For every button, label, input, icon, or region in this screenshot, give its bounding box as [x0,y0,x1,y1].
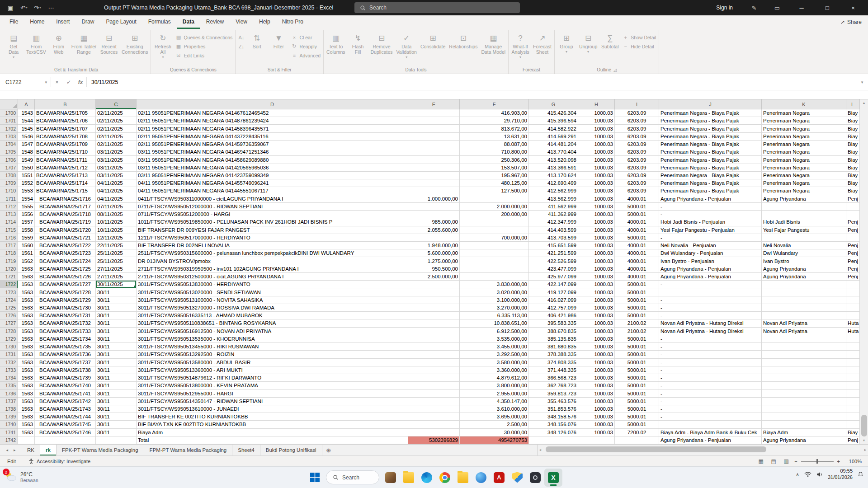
group-button[interactable]: ⊞Group▾ [556,31,577,64]
column-header-k[interactable]: K [762,99,846,109]
cell-a-1715[interactable]: 1558 [18,226,35,234]
cell-j-1713[interactable]: - [659,211,762,218]
cell-c-1724[interactable]: 30/11 [96,296,137,304]
row-header-1741[interactable]: 1741 [0,429,18,436]
new-sheet-button[interactable]: ⊕ [322,445,335,455]
cell-e-1717[interactable]: 1.948.000,00 [408,242,460,249]
cell-d-1725[interactable]: 3011/FTSCY/WS950513270000 - ROSSIVA DWI … [137,304,408,312]
cell-c-1705[interactable]: 03/11/2025 [96,148,137,156]
cell-b-1725[interactable]: BCA/WARNA/25/1730 [35,304,96,312]
cell-e-1715[interactable]: 2.055.600,00 [408,226,460,234]
cell-k-1730[interactable] [762,343,846,351]
manage-data-model-button[interactable]: ▦Manage Data Model [480,31,507,64]
from-web-button[interactable]: ⊕From Web [48,31,69,64]
cell-d-1724[interactable]: 3011/FTSCY/WS950513100000 - NOVITA SAHAS… [137,296,408,304]
cell-h-1712[interactable]: 1000.03 [578,203,615,211]
cell-k-1710[interactable]: Penerimaan Negara [762,187,846,195]
cell-g-1705[interactable]: 413.770.404 [529,148,578,156]
cell-b-1715[interactable]: BCA/WARNA/25/1720 [35,226,96,234]
cell-h-1708[interactable]: 1000.03 [578,172,615,179]
cell-f-1729[interactable]: 3.535.000,00 [460,335,529,343]
cell-a-1728[interactable]: 1563 [18,328,35,335]
photos-app[interactable] [382,469,400,487]
ribbon-tab-nitro-pro[interactable]: Nitro Pro [276,15,309,29]
cell-l-1716[interactable] [846,234,859,242]
cell-e-1726[interactable] [408,312,460,319]
cell-j-1714[interactable]: Hobi Jadi Bisnis - Penjualan [659,218,762,226]
cell-l-1702[interactable]: Biay [846,125,859,132]
cell-b-1709[interactable]: BCA/WARNA/25/1714 [35,179,96,187]
cell-b-1704[interactable]: BCA/WARNA/25/1709 [35,141,96,148]
cell-k-1725[interactable] [762,304,846,312]
cell-g-1733[interactable]: 371.448.335 [529,366,578,374]
cell-a-1733[interactable]: 1563 [18,366,35,374]
cell-h-1714[interactable]: 1000.03 [578,218,615,226]
cell-c-1723[interactable]: 30/11 [96,288,137,296]
sheet-tab-rk[interactable]: rk [40,445,57,455]
refresh-all-button[interactable]: ↻Refresh All▾ [152,31,173,64]
cell-d-1739[interactable]: BIF TRANSFER KE 002TITO KURNIANTOKBB [137,413,408,421]
search-box[interactable]: Search [354,2,520,13]
cell-l-1736[interactable] [846,389,859,397]
cell-b-1703[interactable]: BCA/WARNA/25/1708 [35,133,96,141]
row-header-1730[interactable]: 1730 [0,343,18,351]
cell-j-1738[interactable]: - [659,405,762,413]
cell-h-1707[interactable]: 1000.03 [578,164,615,172]
cell-f-1727[interactable]: 10.838.651,00 [460,319,529,327]
cell-j-1701[interactable]: Penerimaan Negara - Biaya Pajak [659,117,762,125]
cell-g-1713[interactable]: 411.362.999 [529,211,578,218]
cell-e-1738[interactable] [408,405,460,413]
cell-l-1711[interactable]: Penj [846,195,859,203]
chrome-app[interactable] [436,469,454,487]
cell-d-1734[interactable]: 3011/FTSCY/WS950514879612 - RIFKI DARWAN… [137,374,408,382]
cell-j-1720[interactable]: Agung Priyandana - Penjualan [659,265,762,273]
row-header-1710[interactable]: 1710 [0,187,18,195]
row-header-1709[interactable]: 1709 [0,179,18,187]
cell-e-1741[interactable] [408,429,460,436]
customize-quick-access-icon[interactable]: ⋯ [45,2,57,14]
cell-l-1721[interactable]: Penj [846,273,859,281]
cell-g-1728[interactable]: 388.670.835 [529,328,578,335]
row-header-1736[interactable]: 1736 [0,389,18,397]
cell-g-1709[interactable]: 412.690.499 [529,179,578,187]
cell-l-1720[interactable]: Penj [846,265,859,273]
cell-f-1703[interactable]: 13.631,00 [460,133,529,141]
cell-d-1723[interactable]: 3011/FTSCY/WS950513020000 - SENDI SETIAW… [137,288,408,296]
cell-f-1720[interactable] [460,265,529,273]
cell-h-1742[interactable] [578,436,615,444]
zoom-slider-thumb[interactable] [816,459,818,464]
cell-h-1739[interactable]: 1000.03 [578,413,615,421]
cell-c-1707[interactable]: 03/11/2025 [96,164,137,172]
cell-c-1727[interactable]: 30/11 [96,319,137,327]
cell-f-1740[interactable]: 2.500,00 [460,421,529,428]
cell-h-1732[interactable]: 1000.03 [578,359,615,366]
cell-d-1711[interactable]: 0411/FTSCY/WS950311000000 - ciciLAGUNG P… [137,195,408,203]
cell-d-1742[interactable]: Total [137,436,408,444]
cell-l-1723[interactable] [846,288,859,296]
cell-k-1729[interactable] [762,335,846,343]
row-header-1719[interactable]: 1719 [0,257,18,265]
cell-j-1706[interactable]: Penerimaan Negara - Biaya Pajak [659,156,762,164]
cell-f-1715[interactable] [460,226,529,234]
cell-j-1725[interactable]: - [659,304,762,312]
cell-k-1742[interactable]: Agung Priyandana [762,436,846,444]
cell-e-1734[interactable] [408,374,460,382]
row-header-1716[interactable]: 1716 [0,234,18,242]
cell-a-1721[interactable]: 1563 [18,273,35,281]
ribbon-tab-file[interactable]: File [4,15,24,29]
cell-j-1705[interactable]: Penerimaan Negara - Biaya Pajak [659,148,762,156]
media-app[interactable] [472,469,490,487]
cell-g-1736[interactable]: 359.813.723 [529,389,578,397]
row-header-1707[interactable]: 1707 [0,164,18,172]
cell-i-1729[interactable]: 5000.01 [615,335,659,343]
cell-b-1712[interactable]: BCA/WARNA/25/1717 [35,203,96,211]
cell-l-1705[interactable]: Biay [846,148,859,156]
cell-b-1742[interactable] [35,436,96,444]
cell-d-1706[interactable]: 03/11 95051PENERIMAAN NEGARA 04145862908… [137,156,408,164]
cell-f-1700[interactable]: 416.903,00 [460,109,529,117]
cell-l-1731[interactable] [846,351,859,358]
cell-h-1728[interactable]: 1000.03 [578,328,615,335]
row-header-1717[interactable]: 1717 [0,242,18,249]
cell-i-1742[interactable] [615,436,659,444]
cell-l-1707[interactable]: Biay [846,164,859,172]
